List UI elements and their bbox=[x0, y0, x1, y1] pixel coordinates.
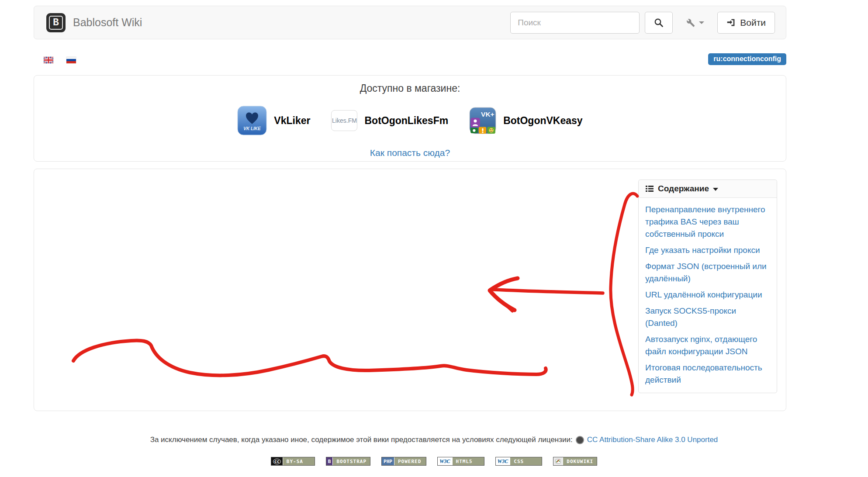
language-bar: ru:connectionconfig bbox=[34, 52, 786, 66]
vkliker-icon-text: VK LIKE bbox=[244, 126, 261, 131]
toc-item: URL удалённой конфигурации bbox=[645, 289, 770, 301]
store-panel: Доступно в магазине: VK LIKE VkLiker bbox=[34, 75, 786, 162]
badge-label: CSS bbox=[510, 457, 542, 465]
how-to-get-here-link[interactable]: Как попасть сюда? bbox=[370, 148, 450, 158]
product-label: BotOgonVKeasy bbox=[503, 115, 582, 127]
navbar: B Bablosoft Wiki bbox=[34, 6, 786, 39]
badge-label: BOOTSTRAP bbox=[333, 457, 370, 465]
toc-caret-down-icon bbox=[713, 188, 718, 191]
cc-license-icon bbox=[576, 436, 584, 444]
site-tools-dropdown[interactable] bbox=[678, 18, 712, 28]
product-botogonlikesfm[interactable]: Likes.FM BotOgonLikesFm bbox=[331, 110, 448, 131]
badge-label: BY-SA bbox=[283, 457, 315, 465]
w3c-badge-icon: W3C bbox=[496, 457, 511, 465]
products-row: VK LIKE VkLiker Likes.FM BotOgonLikesFm bbox=[34, 102, 786, 139]
toc-link[interactable]: Формат JSON (встроенный или удалённый) bbox=[645, 260, 770, 285]
badge-cc-by-sa[interactable]: cc BY-SA bbox=[271, 457, 315, 466]
badge-w3c-html5[interactable]: W3C HTML5 bbox=[437, 457, 484, 466]
login-label: Войти bbox=[740, 17, 766, 28]
wiki-page: B Bablosoft Wiki bbox=[0, 0, 868, 477]
toc-link[interactable]: URL удалённой конфигурации bbox=[645, 289, 770, 301]
login-icon bbox=[726, 18, 736, 27]
content-panel: Содержание Перенаправление внутреннего т… bbox=[34, 169, 786, 411]
dokuwiki-badge-icon bbox=[553, 457, 563, 465]
product-vkliker[interactable]: VK LIKE VkLiker bbox=[237, 106, 310, 135]
badge-w3c-css[interactable]: W3C CSS bbox=[495, 457, 543, 466]
search-input[interactable] bbox=[510, 12, 640, 34]
table-of-contents: Содержание Перенаправление внутреннего т… bbox=[638, 180, 777, 393]
toc-item: Запуск SOCKS5-прокси (Danted) bbox=[645, 305, 770, 329]
toc-link[interactable]: Автозапуск nginx, отдающего файл конфигу… bbox=[645, 333, 770, 358]
toc-item: Итоговая последовательность действий bbox=[645, 362, 770, 386]
bootstrap-badge-icon: B bbox=[326, 457, 333, 465]
vkeasy-icon-text: VK+ bbox=[481, 111, 495, 118]
vkeasy-icon: VK+ bbox=[469, 107, 496, 134]
logo-letter: B bbox=[53, 17, 59, 28]
search-button[interactable] bbox=[645, 12, 673, 34]
login-button[interactable]: Войти bbox=[717, 12, 775, 34]
license-text: За исключением случаев, когда указано ин… bbox=[150, 436, 573, 444]
toc-title: Содержание bbox=[658, 184, 709, 194]
navbar-right: Войти bbox=[510, 6, 775, 39]
product-label: VkLiker bbox=[274, 115, 310, 127]
bablosoft-logo-icon: B bbox=[46, 13, 66, 32]
site-title: Bablosoft Wiki bbox=[73, 16, 142, 29]
flag-russian-icon[interactable] bbox=[66, 57, 76, 63]
caret-down-icon bbox=[699, 21, 704, 24]
likesfm-icon: Likes.FM bbox=[331, 110, 357, 131]
php-badge-icon: PHP bbox=[382, 457, 394, 465]
toc-item: Формат JSON (встроенный или удалённый) bbox=[645, 260, 770, 285]
toc-item: Автозапуск nginx, отдающего файл конфигу… bbox=[645, 333, 770, 358]
license-link[interactable]: CC Attribution-Share Alike 3.0 Unported bbox=[587, 436, 718, 444]
flag-english-icon[interactable] bbox=[44, 57, 53, 63]
badge-bootstrap[interactable]: B BOOTSTRAP bbox=[326, 457, 370, 466]
toc-item: Перенаправление внутреннего трафика BAS … bbox=[645, 204, 770, 240]
badge-dokuwiki[interactable]: DOKUWIKI bbox=[553, 457, 597, 466]
badge-label: DOKUWIKI bbox=[563, 457, 597, 465]
toc-header-toggle[interactable]: Содержание bbox=[639, 180, 777, 198]
toc-link[interactable]: Перенаправление внутреннего трафика BAS … bbox=[645, 204, 770, 240]
bullet-list-icon bbox=[645, 184, 654, 193]
license-row: За исключением случаев, когда указано ин… bbox=[0, 436, 868, 444]
badge-label: POWERED bbox=[394, 457, 426, 465]
vkliker-icon: VK LIKE bbox=[237, 106, 267, 135]
toc-list: Перенаправление внутреннего трафика BAS … bbox=[639, 198, 777, 393]
page-id-badge: ru:connectionconfig bbox=[708, 53, 786, 65]
toc-link[interactable]: Где указать настройки прокси bbox=[645, 244, 770, 256]
brand-home-link[interactable]: B Bablosoft Wiki bbox=[46, 13, 142, 32]
search-icon bbox=[654, 17, 664, 28]
badge-php-powered[interactable]: PHP POWERED bbox=[381, 457, 426, 466]
wrench-icon bbox=[686, 18, 695, 28]
w3c-badge-icon: W3C bbox=[438, 457, 453, 465]
footer-badges: cc BY-SA B BOOTSTRAP PHP POWERED W3C HTM… bbox=[0, 457, 868, 466]
cc-badge-icon: cc bbox=[271, 457, 283, 465]
toc-link[interactable]: Запуск SOCKS5-прокси (Danted) bbox=[645, 305, 770, 329]
likesfm-icon-text: Likes.FM bbox=[332, 117, 357, 124]
product-botogonvkeasy[interactable]: VK+ BotOgonVKeasy bbox=[469, 107, 582, 134]
toc-item: Где указать настройки прокси bbox=[645, 244, 770, 256]
toc-link[interactable]: Итоговая последовательность действий bbox=[645, 362, 770, 386]
product-label: BotOgonLikesFm bbox=[364, 115, 448, 127]
badge-label: HTML5 bbox=[453, 457, 484, 465]
store-title: Доступно в магазине: bbox=[34, 83, 786, 94]
